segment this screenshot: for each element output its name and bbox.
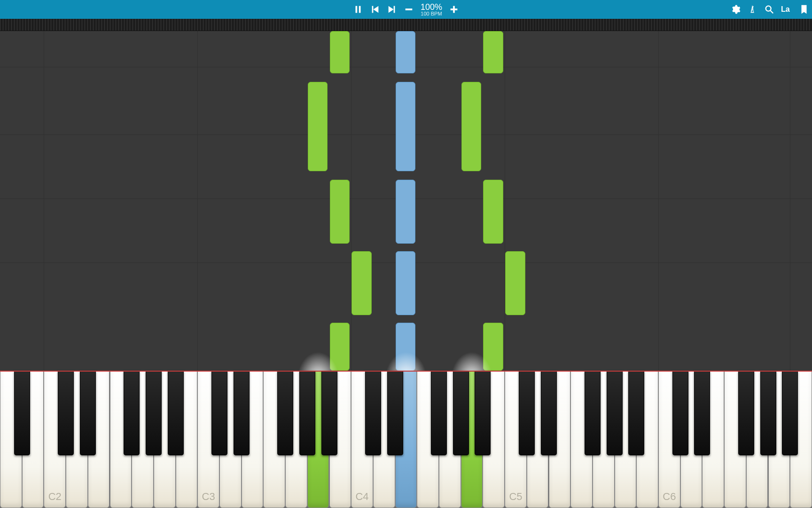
black-key[interactable] xyxy=(519,371,535,455)
black-key[interactable] xyxy=(585,371,601,455)
gridline-vertical xyxy=(44,31,44,371)
falling-note xyxy=(461,82,482,171)
note-name-toggle[interactable]: La xyxy=(781,5,792,14)
falling-note xyxy=(396,31,416,73)
note-fall-area xyxy=(0,31,812,371)
black-key[interactable] xyxy=(58,371,74,455)
black-key[interactable] xyxy=(387,371,403,455)
falling-note xyxy=(396,180,416,244)
falling-note xyxy=(330,323,350,371)
gridline-vertical xyxy=(790,31,790,371)
black-key[interactable] xyxy=(607,371,623,455)
svg-rect-2 xyxy=(372,6,374,13)
gridline-vertical xyxy=(197,31,198,371)
falling-note xyxy=(330,180,350,244)
black-key[interactable] xyxy=(80,371,96,455)
pause-button[interactable] xyxy=(353,4,363,15)
bpm-label: 100 BPM xyxy=(421,11,442,16)
svg-rect-6 xyxy=(406,8,413,10)
black-key[interactable] xyxy=(277,371,293,455)
speed-minus-button[interactable] xyxy=(404,4,414,15)
black-key[interactable] xyxy=(541,371,557,455)
gridline-vertical xyxy=(505,31,505,371)
falling-note xyxy=(396,323,416,371)
toolbar-center-controls: 100% 100 BPM xyxy=(353,3,459,16)
black-key[interactable] xyxy=(760,371,776,455)
black-key[interactable] xyxy=(365,371,381,455)
black-key[interactable] xyxy=(124,371,140,455)
svg-rect-1 xyxy=(359,6,361,13)
falling-note xyxy=(483,323,503,371)
hit-line xyxy=(0,371,812,372)
gridline-vertical xyxy=(658,31,659,371)
note-name-label: La xyxy=(781,5,790,14)
toolbar-right-controls: La xyxy=(730,4,809,15)
black-key[interactable] xyxy=(453,371,469,455)
black-key[interactable] xyxy=(738,371,754,455)
falling-note xyxy=(483,180,503,244)
black-key[interactable] xyxy=(211,371,227,455)
piano-keyboard: C2C3C4C5C6 xyxy=(0,371,812,508)
svg-point-10 xyxy=(766,6,771,11)
falling-note xyxy=(396,251,416,315)
black-key[interactable] xyxy=(431,371,447,455)
black-key[interactable] xyxy=(782,371,798,455)
black-key[interactable] xyxy=(672,371,688,455)
falling-note xyxy=(308,82,328,171)
black-key[interactable] xyxy=(146,371,162,455)
svg-marker-3 xyxy=(373,6,378,13)
metronome-icon[interactable] xyxy=(747,4,757,15)
settings-icon[interactable] xyxy=(730,4,741,15)
previous-button[interactable] xyxy=(370,4,380,15)
falling-note xyxy=(351,251,372,315)
black-key[interactable] xyxy=(299,371,315,455)
timeline-strip[interactable] xyxy=(0,19,812,31)
falling-note xyxy=(330,31,350,73)
black-key[interactable] xyxy=(321,371,337,455)
zoom-icon[interactable] xyxy=(764,4,774,15)
speed-display[interactable]: 100% 100 BPM xyxy=(421,3,442,16)
next-button[interactable] xyxy=(387,4,397,15)
black-key[interactable] xyxy=(475,371,491,455)
svg-rect-8 xyxy=(451,8,458,10)
svg-line-11 xyxy=(771,11,773,14)
black-key[interactable] xyxy=(14,371,30,455)
falling-note xyxy=(396,82,416,171)
black-key[interactable] xyxy=(168,371,184,455)
svg-marker-4 xyxy=(389,6,394,13)
gridline-vertical xyxy=(351,31,351,371)
speed-percent-label: 100% xyxy=(421,3,442,11)
speed-plus-button[interactable] xyxy=(449,4,459,15)
bookmark-icon[interactable] xyxy=(799,4,809,15)
falling-note xyxy=(505,251,525,315)
svg-rect-0 xyxy=(355,6,357,13)
black-key[interactable] xyxy=(694,371,710,455)
black-key[interactable] xyxy=(234,371,250,455)
svg-rect-5 xyxy=(394,6,395,13)
top-toolbar: 100% 100 BPM La xyxy=(0,0,812,19)
falling-note xyxy=(483,31,503,73)
black-key[interactable] xyxy=(628,371,644,455)
